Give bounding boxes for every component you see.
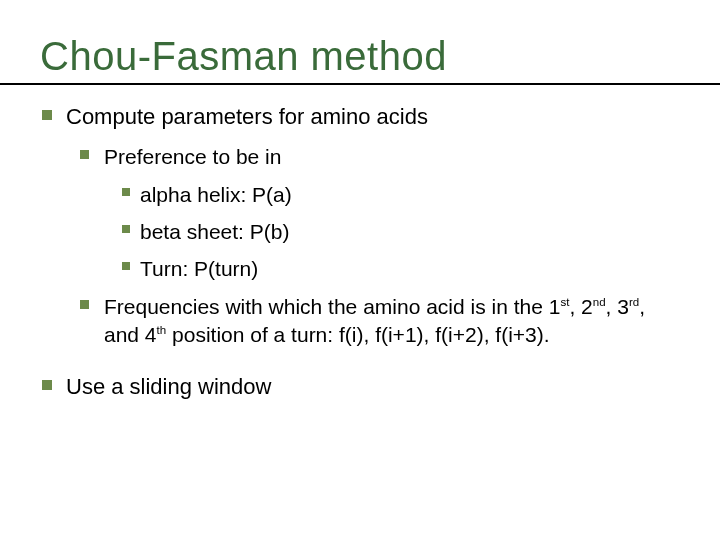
ordinal-suffix: rd — [629, 296, 639, 308]
bullet-alpha-helix: alpha helix: P(a) — [122, 181, 680, 208]
bullet-text: Frequencies with which the amino acid is… — [104, 295, 645, 346]
freq-part: position of a turn: f(i), f(i+1), f(i+2)… — [166, 323, 549, 346]
bullet-text: beta sheet: P(b) — [140, 220, 289, 243]
bullet-text: Use a sliding window — [66, 374, 271, 399]
freq-part: , 3 — [606, 295, 629, 318]
bullet-text: Turn: P(turn) — [140, 257, 258, 280]
bullet-turn: Turn: P(turn) — [122, 255, 680, 282]
freq-part: Frequencies with which the amino acid is… — [104, 295, 560, 318]
bullet-compute-parameters: Compute parameters for amino acids Prefe… — [40, 103, 680, 349]
ordinal-suffix: nd — [593, 296, 606, 308]
bullet-frequencies: Frequencies with which the amino acid is… — [80, 293, 680, 350]
bullet-text: Preference to be in — [104, 145, 281, 168]
slide: Chou-Fasman method Compute parameters fo… — [0, 0, 720, 540]
bullet-beta-sheet: beta sheet: P(b) — [122, 218, 680, 245]
bullet-list-level-2: Preference to be in alpha helix: P(a) be… — [66, 143, 680, 350]
ordinal-suffix: th — [157, 324, 167, 336]
bullet-list-level-3: alpha helix: P(a) beta sheet: P(b) Turn:… — [104, 181, 680, 283]
slide-title: Chou-Fasman method — [40, 34, 680, 79]
bullet-sliding-window: Use a sliding window — [40, 373, 680, 401]
title-underline — [0, 83, 720, 85]
bullet-list-level-1: Compute parameters for amino acids Prefe… — [40, 103, 680, 401]
bullet-preference: Preference to be in alpha helix: P(a) be… — [80, 143, 680, 283]
bullet-text: alpha helix: P(a) — [140, 183, 292, 206]
bullet-text: Compute parameters for amino acids — [66, 104, 428, 129]
freq-part: , 2 — [569, 295, 592, 318]
